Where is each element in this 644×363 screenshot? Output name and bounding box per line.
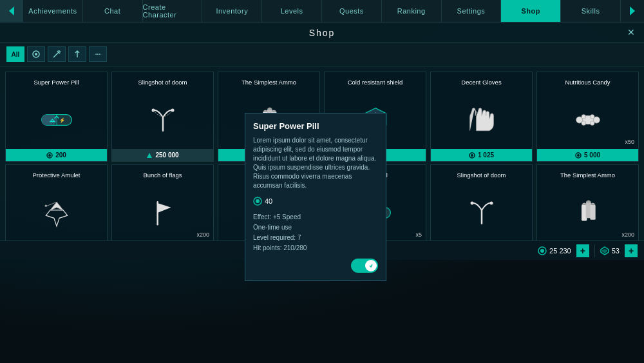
svg-marker-1 — [630, 6, 635, 15]
tab-inventory[interactable]: Inventory — [202, 0, 262, 22]
shop-close-button[interactable]: ✕ — [627, 27, 636, 37]
item-card-gloves[interactable]: Decent Gloves 1 025 — [430, 72, 533, 162]
item-name: The Simplest Ammo — [537, 165, 638, 183]
gem-balance: 53 — [600, 246, 620, 255]
svg-point-31 — [590, 121, 594, 125]
item-badge: x50 — [625, 139, 634, 145]
item-badge: x200 — [196, 231, 209, 238]
filter-more[interactable]: ··· — [89, 46, 107, 62]
svg-point-8 — [48, 154, 51, 157]
item-name: Slingshot of doom — [431, 165, 532, 183]
svg-rect-58 — [590, 204, 595, 219]
tab-shop[interactable]: Shop — [501, 0, 561, 22]
svg-marker-0 — [9, 6, 14, 15]
tooltip-toggle[interactable] — [351, 259, 378, 273]
item-price[interactable]: 200 — [6, 149, 107, 161]
shop-panel: Shop ✕ All ··· Super Power Pill — [0, 23, 644, 260]
item-card-super-power-pill[interactable]: Super Power Pill ⚡ 200 — [5, 72, 108, 162]
item-name: Slingshot of doom — [112, 72, 213, 90]
svg-point-30 — [582, 121, 586, 125]
item-name: The Simplest Ammo — [218, 72, 319, 90]
svg-point-53 — [470, 201, 473, 204]
svg-point-28 — [582, 114, 586, 119]
svg-point-54 — [489, 201, 493, 204]
filter-bar: All ··· — [0, 43, 644, 66]
filter-all[interactable]: All — [6, 46, 24, 62]
item-icon-area: ⚡ — [6, 90, 107, 149]
svg-point-64 — [540, 249, 544, 253]
coin-balance: 25 230 — [538, 246, 571, 255]
nav-tabs: Achievements Chat Create Character Inven… — [23, 0, 621, 22]
item-icon-area: x50 — [537, 90, 638, 149]
item-price[interactable]: 5 000 — [537, 149, 638, 161]
add-gems-button[interactable]: + — [625, 244, 638, 257]
tab-settings[interactable]: Settings — [442, 0, 502, 22]
tooltip-toggle-row — [253, 259, 378, 273]
coin-amount: 25 230 — [549, 247, 571, 255]
item-badge: x5 — [415, 231, 422, 238]
tooltip-price-row: 40 — [253, 197, 378, 206]
item-icon-area — [431, 90, 532, 149]
item-icon-area — [431, 183, 532, 242]
divider — [594, 244, 595, 257]
gem-amount: 53 — [612, 247, 620, 255]
item-price[interactable]: 250 000 — [112, 149, 213, 161]
tab-create-character[interactable]: Create Character — [143, 0, 203, 22]
filter-boost[interactable] — [68, 46, 86, 62]
svg-marker-66 — [602, 249, 607, 253]
item-icon-area: x200 — [112, 183, 213, 242]
filter-food[interactable] — [27, 46, 45, 62]
item-name: Protective Amulet — [6, 165, 107, 183]
tab-levels[interactable]: Levels — [262, 0, 322, 22]
svg-marker-11 — [147, 153, 152, 158]
tab-achievements[interactable]: Achievements — [23, 0, 83, 22]
toggle-knob — [365, 260, 377, 271]
svg-point-33 — [577, 154, 580, 157]
item-name: Bunch of flags — [112, 165, 213, 183]
svg-point-35 — [44, 204, 46, 206]
svg-point-62 — [256, 199, 260, 203]
tooltip-description: Lorem ipsum dolor sit amet, consectetur … — [253, 136, 378, 190]
item-name: Cold resistant shield — [325, 72, 426, 90]
nav-left-arrow[interactable] — [0, 0, 23, 22]
svg-point-29 — [590, 114, 594, 119]
tooltip-effects: Effect: +5 Speed One-time use Level requ… — [253, 212, 378, 253]
shop-header: Shop ✕ — [0, 23, 644, 43]
tooltip-price: 40 — [265, 197, 272, 205]
item-icon-area — [6, 183, 107, 242]
item-icon-area — [112, 90, 213, 149]
tab-skills[interactable]: Skills — [561, 0, 621, 22]
filter-weapon[interactable] — [48, 46, 66, 62]
tooltip-title: Super Power Pill — [253, 121, 378, 131]
item-tooltip: Super Power Pill Lorem ipsum dolor sit a… — [245, 113, 386, 281]
tab-ranking[interactable]: Ranking — [382, 0, 442, 22]
shop-title: Shop — [309, 28, 336, 38]
item-card-slingshot[interactable]: Slingshot of doom 250 000 — [111, 72, 214, 162]
add-coins-button[interactable]: + — [576, 244, 589, 257]
top-navigation: Achievements Chat Create Character Inven… — [0, 0, 644, 23]
item-icon-area: x200 — [537, 183, 638, 242]
item-badge: x200 — [621, 231, 634, 238]
svg-point-3 — [35, 53, 37, 55]
tab-chat[interactable]: Chat — [83, 0, 143, 22]
item-name: Decent Gloves — [431, 72, 532, 90]
tab-quests[interactable]: Quests — [322, 0, 382, 22]
item-price[interactable]: 1 025 — [431, 149, 532, 161]
item-name: Nutritious Candy — [537, 72, 638, 90]
svg-rect-5 — [41, 114, 56, 125]
item-name: Super Power Pill — [6, 72, 107, 90]
svg-point-24 — [471, 154, 473, 157]
item-card-candy[interactable]: Nutritious Candy x50 5 000 — [536, 72, 639, 162]
svg-text:⚡: ⚡ — [59, 117, 66, 123]
nav-right-arrow[interactable] — [621, 0, 644, 22]
